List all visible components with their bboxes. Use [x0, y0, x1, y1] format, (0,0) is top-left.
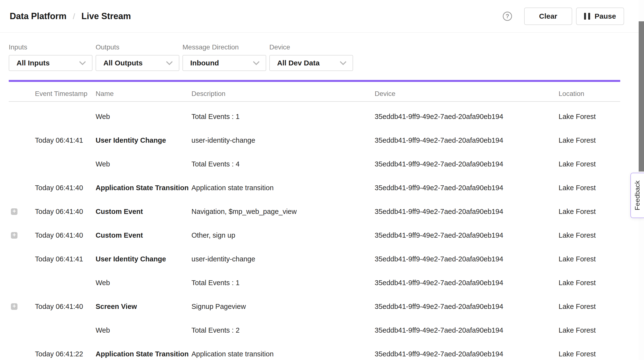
- column-header-event-timestamp: Event Timestamp: [35, 90, 96, 98]
- table-header-row: Event Timestamp Name Description Device …: [9, 82, 620, 102]
- cell-location: Lake Forest: [558, 255, 620, 263]
- plus-icon: +: [12, 303, 16, 309]
- cell-device: 35eddb41-9ff9-49e2-7aed-20afa90eb194: [375, 255, 558, 263]
- cell-device: 35eddb41-9ff9-49e2-7aed-20afa90eb194: [375, 350, 558, 358]
- filter-label: Message Direction: [182, 44, 266, 51]
- plus-icon: +: [12, 232, 16, 238]
- feedback-tab[interactable]: Feedback: [630, 173, 644, 218]
- cell-name: Screen View: [96, 303, 192, 311]
- cell-device: 35eddb41-9ff9-49e2-7aed-20afa90eb194: [375, 231, 558, 239]
- cell-location: Lake Forest: [558, 208, 620, 216]
- outputs-select-value: All Outputs: [103, 59, 143, 67]
- cell-name: Custom Event: [96, 208, 192, 216]
- accent-divider: [9, 80, 620, 82]
- table-body: WebTotal Events : 135eddb41-9ff9-49e2-7a…: [9, 102, 620, 360]
- cell-location: Lake Forest: [558, 136, 620, 144]
- table-row[interactable]: Today 06:41:41User Identity Changeuser-i…: [9, 128, 620, 152]
- cell-description: Total Events : 1: [192, 279, 375, 287]
- cell-event-timestamp: Today 06:41:41: [35, 255, 96, 263]
- cell-name: User Identity Change: [96, 136, 192, 144]
- cell-name: Web: [96, 160, 192, 168]
- outputs-select[interactable]: All Outputs: [96, 55, 179, 71]
- feedback-tab-label: Feedback: [634, 180, 641, 210]
- cell-device: 35eddb41-9ff9-49e2-7aed-20afa90eb194: [375, 184, 558, 192]
- table-row[interactable]: WebTotal Events : 135eddb41-9ff9-49e2-7a…: [9, 105, 620, 128]
- cell-location: Lake Forest: [558, 350, 620, 358]
- message-direction-select[interactable]: Inbound: [182, 55, 266, 71]
- table-row[interactable]: Today 06:41:22Application State Transiti…: [9, 342, 620, 360]
- header-actions: ? Clear Pause: [503, 7, 624, 25]
- table-row[interactable]: WebTotal Events : 135eddb41-9ff9-49e2-7a…: [9, 271, 620, 295]
- inputs-select[interactable]: All Inputs: [9, 55, 92, 71]
- breadcrumb-current-page: Live Stream: [82, 11, 131, 21]
- device-select[interactable]: All Dev Data: [269, 55, 353, 71]
- filter-label: Inputs: [9, 44, 92, 51]
- cell-description: user-identity-change: [192, 255, 375, 263]
- cell-location: Lake Forest: [558, 326, 620, 334]
- table-row[interactable]: +Today 06:41:40Screen ViewSignup Pagevie…: [9, 295, 620, 318]
- cell-event-timestamp: Today 06:41:22: [35, 350, 96, 358]
- pause-button[interactable]: Pause: [576, 7, 624, 25]
- cell-description: Signup Pageview: [192, 303, 375, 311]
- cell-description: Total Events : 1: [192, 113, 375, 121]
- expand-row-button[interactable]: +: [11, 208, 18, 215]
- row-expander-cell: +: [9, 208, 35, 215]
- table-row[interactable]: +Today 06:41:40Custom EventNavigation, $…: [9, 200, 620, 223]
- cell-event-timestamp: Today 06:41:40: [35, 231, 96, 239]
- table-row[interactable]: WebTotal Events : 435eddb41-9ff9-49e2-7a…: [9, 152, 620, 176]
- chevron-down-icon: [252, 61, 260, 65]
- chevron-down-icon: [79, 61, 86, 65]
- filter-label: Outputs: [96, 44, 179, 51]
- cell-device: 35eddb41-9ff9-49e2-7aed-20afa90eb194: [375, 136, 558, 144]
- pause-icon: [584, 13, 590, 20]
- cell-description: Application state transition: [192, 350, 375, 358]
- clear-button[interactable]: Clear: [524, 7, 572, 25]
- cell-location: Lake Forest: [558, 160, 620, 168]
- cell-description: Total Events : 4: [192, 160, 375, 168]
- cell-location: Lake Forest: [558, 113, 620, 121]
- cell-description: Navigation, $mp_web_page_view: [192, 208, 375, 216]
- table-row[interactable]: WebTotal Events : 235eddb41-9ff9-49e2-7a…: [9, 318, 620, 342]
- message-direction-select-value: Inbound: [190, 59, 219, 67]
- table-row[interactable]: Today 06:41:41User Identity Changeuser-i…: [9, 247, 620, 271]
- cell-name: Web: [96, 113, 192, 121]
- inputs-select-value: All Inputs: [16, 59, 50, 67]
- cell-device: 35eddb41-9ff9-49e2-7aed-20afa90eb194: [375, 303, 558, 311]
- cell-device: 35eddb41-9ff9-49e2-7aed-20afa90eb194: [375, 279, 558, 287]
- cell-device: 35eddb41-9ff9-49e2-7aed-20afa90eb194: [375, 208, 558, 216]
- cell-event-timestamp: Today 06:41:41: [35, 136, 96, 144]
- breadcrumb: Data Platform / Live Stream: [10, 11, 131, 21]
- breadcrumb-section[interactable]: Data Platform: [10, 11, 66, 21]
- cell-location: Lake Forest: [558, 231, 620, 239]
- cell-location: Lake Forest: [558, 279, 620, 287]
- help-icon[interactable]: ?: [503, 12, 512, 21]
- row-expander-cell: +: [9, 232, 35, 239]
- cell-description: user-identity-change: [192, 136, 375, 144]
- breadcrumb-separator-icon: /: [73, 12, 75, 21]
- top-bar: Data Platform / Live Stream ? Clear Paus…: [0, 0, 644, 33]
- events-table: Event Timestamp Name Description Device …: [9, 82, 620, 360]
- cell-name: User Identity Change: [96, 255, 192, 263]
- cell-description: Application state transition: [192, 184, 375, 192]
- filter-device: Device All Dev Data: [269, 44, 353, 71]
- cell-location: Lake Forest: [558, 303, 620, 311]
- expand-row-button[interactable]: +: [11, 303, 18, 310]
- filter-outputs: Outputs All Outputs: [96, 44, 179, 71]
- column-header-location: Location: [558, 90, 620, 98]
- cell-name: Web: [96, 326, 192, 334]
- cell-description: Other, sign up: [192, 231, 375, 239]
- cell-event-timestamp: Today 06:41:40: [35, 208, 96, 216]
- cell-device: 35eddb41-9ff9-49e2-7aed-20afa90eb194: [375, 113, 558, 121]
- cell-name: Custom Event: [96, 231, 192, 239]
- device-select-value: All Dev Data: [277, 59, 320, 67]
- cell-name: Web: [96, 279, 192, 287]
- expand-row-button[interactable]: +: [11, 232, 18, 239]
- cell-name: Application State Transition: [96, 350, 192, 358]
- filters-bar: Inputs All Inputs Outputs All Outputs Me…: [0, 33, 644, 71]
- scrollbar-thumb[interactable]: [639, 21, 644, 172]
- table-row[interactable]: +Today 06:41:40Custom EventOther, sign u…: [9, 223, 620, 247]
- cell-location: Lake Forest: [558, 184, 620, 192]
- column-header-name: Name: [96, 90, 192, 98]
- table-row[interactable]: Today 06:41:40Application State Transiti…: [9, 176, 620, 200]
- chevron-down-icon: [166, 61, 173, 65]
